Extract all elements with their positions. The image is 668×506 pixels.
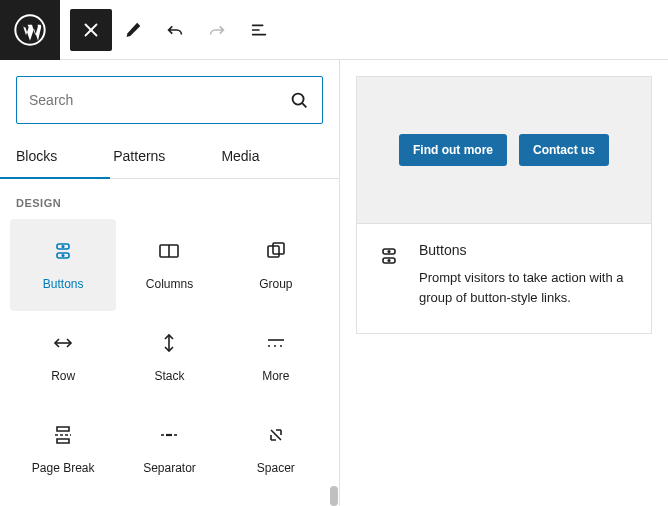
preview-panel: Find out more Contact us Buttons Prompt … (340, 60, 668, 506)
spacer-icon (264, 423, 288, 447)
block-more[interactable]: More (223, 311, 329, 403)
svg-point-28 (388, 251, 390, 253)
block-title: Buttons (419, 242, 631, 258)
block-label: Buttons (43, 277, 84, 291)
tab-blocks[interactable]: Blocks (16, 136, 75, 178)
stack-icon (157, 331, 181, 355)
main-area: Blocks Patterns Media DESIGN Buttons Col… (0, 60, 668, 506)
wordpress-logo[interactable] (0, 0, 60, 60)
columns-icon (157, 239, 181, 263)
svg-point-6 (293, 94, 304, 105)
svg-point-10 (62, 246, 64, 248)
block-label: Spacer (257, 461, 295, 475)
search-input[interactable] (29, 92, 288, 108)
search-icon (288, 89, 310, 111)
block-label: More (262, 369, 289, 383)
preview-button-1: Find out more (399, 134, 507, 166)
block-spacer[interactable]: Spacer (223, 403, 329, 495)
block-description: Prompt visitors to take action with a gr… (419, 268, 631, 307)
separator-icon (157, 423, 181, 447)
page-break-icon (51, 423, 75, 447)
scrollbar[interactable] (330, 486, 338, 506)
topbar-tools (60, 9, 280, 51)
svg-point-29 (388, 260, 390, 262)
block-page-break[interactable]: Page Break (10, 403, 116, 495)
block-info: Buttons Prompt visitors to take action w… (356, 224, 652, 334)
svg-line-7 (302, 103, 306, 107)
block-label: Row (51, 369, 75, 383)
preview-button-2: Contact us (519, 134, 609, 166)
block-buttons[interactable]: Buttons (10, 219, 116, 311)
group-icon (264, 239, 288, 263)
block-row[interactable]: Row (10, 311, 116, 403)
undo-button[interactable] (154, 9, 196, 51)
edit-tool-button[interactable] (112, 9, 154, 51)
editor-topbar (0, 0, 668, 60)
block-stack[interactable]: Stack (116, 311, 222, 403)
redo-button[interactable] (196, 9, 238, 51)
block-label: Columns (146, 277, 193, 291)
section-label-design: DESIGN (0, 179, 339, 219)
buttons-icon (377, 244, 401, 268)
more-icon (264, 331, 288, 355)
search-box (16, 76, 323, 124)
document-overview-button[interactable] (238, 9, 280, 51)
tab-patterns[interactable]: Patterns (113, 136, 183, 178)
block-label: Group (259, 277, 292, 291)
toggle-inserter-button[interactable] (70, 9, 112, 51)
tab-media[interactable]: Media (221, 136, 277, 178)
inserter-tabs: Blocks Patterns Media (0, 136, 339, 179)
block-label: Stack (154, 369, 184, 383)
block-label: Page Break (32, 461, 95, 475)
block-columns[interactable]: Columns (116, 219, 222, 311)
block-grid: Buttons Columns Group Row Stack More (0, 219, 339, 506)
svg-point-11 (62, 255, 64, 257)
block-inserter-panel: Blocks Patterns Media DESIGN Buttons Col… (0, 60, 340, 506)
block-preview-canvas: Find out more Contact us (356, 76, 652, 224)
block-label: Separator (143, 461, 196, 475)
row-icon (51, 331, 75, 355)
buttons-icon (51, 239, 75, 263)
block-group[interactable]: Group (223, 219, 329, 311)
block-separator[interactable]: Separator (116, 403, 222, 495)
